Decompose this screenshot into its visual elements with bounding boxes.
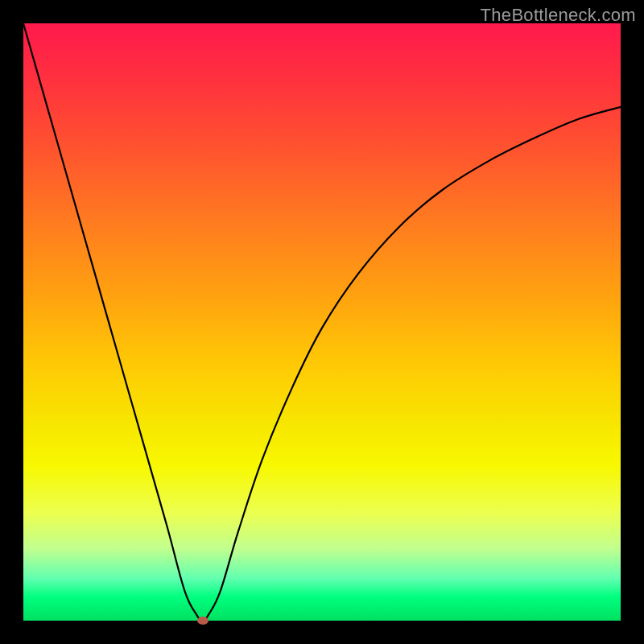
bottleneck-curve: [23, 23, 621, 621]
minimum-marker: [197, 617, 208, 625]
watermark-text: TheBottleneck.com: [481, 5, 636, 26]
plot-area: [23, 23, 621, 621]
chart-frame: TheBottleneck.com: [0, 0, 644, 644]
curve-path: [23, 23, 621, 621]
